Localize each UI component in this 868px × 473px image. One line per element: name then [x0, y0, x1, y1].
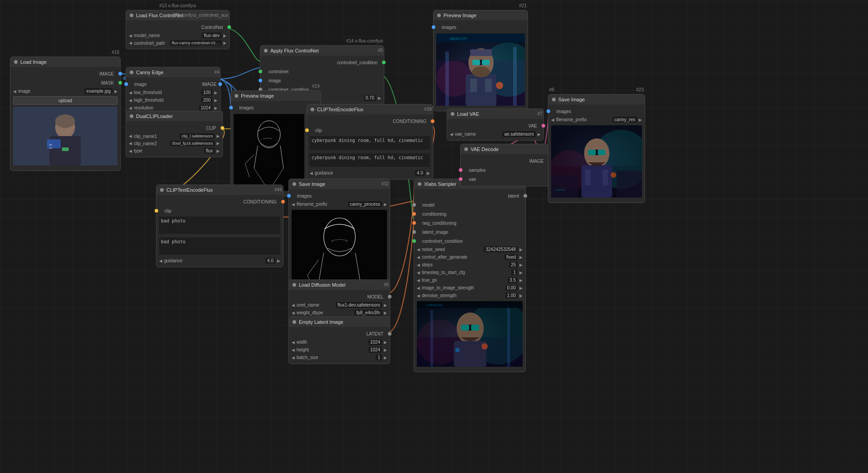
noise-seed-row: ◀ noise_seed 324242532548 ▶: [414, 246, 525, 253]
svg-point-43: [332, 241, 333, 242]
image-output-port: [118, 72, 122, 76]
clip-in-row: clip: [307, 126, 433, 135]
node-tag-21: #21: [519, 3, 527, 8]
dual-clip-loader-node: DualCLIPLoader CLIP ◀ clip_name1 clip_l.…: [126, 111, 223, 157]
header-dot: [418, 182, 421, 186]
dual-clip-header: DualCLIPLoader: [126, 111, 222, 121]
controlnet-output-port: [227, 25, 231, 29]
node-tag-32: #32: [381, 181, 389, 186]
prompt-textarea-1[interactable]: cyberpunk dining room, full hd, cinemati…: [310, 136, 430, 150]
xlabs-sampler-body: latent model conditioning neg_conditioni…: [414, 189, 525, 372]
man-speaking-image: Au toN: [13, 107, 118, 166]
neg-conditioning-in-label: neg_conditioning: [422, 221, 457, 226]
canvas[interactable]: #16 Load Image IMAGE MASK ◀ image exampl…: [0, 0, 868, 473]
control-after-row: ◀ control_after_generate fixed ▶: [414, 253, 525, 261]
controlnet-cond-output-row: controlnet_condition: [260, 58, 384, 67]
image-field-value: example.jpg: [85, 88, 113, 94]
canny-process-preview-svg: [292, 210, 387, 289]
save-right-images-port: [547, 109, 550, 113]
save-image-right-header: Save Image: [548, 95, 645, 104]
latent-image-in-label: latent_image: [422, 230, 448, 235]
header-dot: [160, 188, 164, 192]
clip-text-encode-neg-title: CLIPTextEncodeFlux: [166, 187, 213, 193]
header-dot: [451, 112, 454, 116]
header-dot: [464, 147, 468, 151]
svg-point-4: [55, 114, 75, 128]
width-row: ◀ width 1024 ▶: [289, 338, 390, 346]
preview-image-top-title: Preview Image: [443, 13, 476, 18]
image-output-label: IMAGE: [99, 71, 114, 76]
image-field-row: ◀ image example.jpg ▶: [10, 87, 120, 95]
prompt-textarea-2[interactable]: cyberpunk dining room, full hd, cinemati…: [310, 153, 430, 167]
svg-point-20: [472, 66, 490, 77]
svg-rect-5: [62, 147, 69, 151]
svg-text:LOADING...: LOADING...: [555, 189, 567, 191]
svg-point-56: [481, 343, 488, 350]
header-dot: [437, 14, 441, 17]
latent-out-port: [524, 194, 527, 198]
svg-rect-37: [292, 210, 387, 289]
vae-output-port: [542, 124, 545, 128]
clip-in-port: [305, 128, 309, 132]
preview-image-top-header: Preview Image: [434, 10, 528, 20]
save-mid-images-port: [287, 194, 291, 198]
controlnet-output-label: ControlNet: [201, 25, 223, 30]
svg-rect-22: [470, 79, 477, 92]
preview-image-top-body: images: [434, 20, 528, 111]
load-vae-header: Load VAE: [447, 109, 543, 119]
model-name-row: ◀ model_name flux-dev ▶: [126, 32, 229, 39]
save-image-right-title: Save Image: [558, 97, 585, 102]
clip-text-encode-neg-header: CLIPTextEncodeFlux: [156, 185, 283, 195]
neg-prompt-2: bad photo: [156, 236, 283, 257]
load-flux-controlnet-node: #13 x-flux-comfyui #48 comfyui_controlne…: [126, 10, 230, 49]
controlnet-path-row: ◀ controlnet_path flux-canny-controlnet-…: [126, 39, 229, 47]
sampler-result-preview: CYBERPUNK: [417, 301, 523, 368]
canny-edge-header: Canny Edge: [126, 67, 220, 77]
svg-rect-23: [485, 79, 492, 92]
denoise-row: ◀ denoise_strength 1.00 ▶: [414, 292, 525, 299]
steps-row: ◀ steps 25 ▶: [414, 261, 525, 269]
image-field-arrow: ◀: [13, 89, 16, 94]
unet-name-row: ◀ unet_name flux1-dev.safetensors ▶: [289, 301, 390, 309]
clip-text-encode-top-body: CONDITIONING clip cyberpunk dining room,…: [307, 114, 433, 179]
controlnet-in-row: controlnet: [260, 67, 384, 76]
svg-text:toN: toN: [49, 147, 52, 149]
svg-point-57: [455, 348, 460, 352]
weight-dtype-row: ◀ weight_dtype fp8_e4m3fn ▶: [289, 309, 390, 317]
node-tag-6: #6: [384, 282, 389, 287]
header-dot: [311, 108, 314, 111]
samples-in-port: [459, 168, 462, 172]
final-output-svg: LOADING...: [551, 125, 642, 198]
neg-prompt-textarea-2[interactable]: bad photo: [159, 237, 280, 255]
save-image-mid-title: Save Image: [299, 181, 326, 187]
vae-in-label: vae: [469, 177, 476, 182]
empty-latent-body: LATENT ◀ width 1024 ▶ ◀ height 1024 ▶ ◀ …: [289, 327, 390, 364]
latent-output-port: [388, 332, 392, 336]
node-tag-8: #8: [549, 87, 554, 92]
controlnet-cond-in-row2: controlnet_condition: [414, 236, 525, 246]
header-dot: [264, 49, 268, 52]
svg-rect-70: [598, 150, 605, 155]
latent-image-in-port: [412, 230, 416, 234]
clip-text-encode-neg-body: CONDITIONING clip bad photo bad photo ◀ …: [156, 195, 283, 267]
mask-output-label: MASK: [101, 80, 114, 85]
controlnet-cond-output-port: [382, 61, 386, 64]
vae-image-output-row: IMAGE: [461, 156, 550, 166]
load-vae-title: Load VAE: [457, 111, 479, 117]
vae-in-port: [459, 177, 462, 181]
save-image-right-node: #23 #8 Save Image images ◀ filename_pref…: [548, 94, 645, 203]
vae-in-row: vae: [461, 175, 550, 184]
save-mid-images-row: images: [289, 191, 390, 200]
node-tag-48: #48 comfyui_controlnet_aux: [172, 13, 228, 18]
image-io-row: image IMAGE: [126, 80, 220, 89]
canny-edge-title: Canny Edge: [136, 70, 164, 75]
clip-in-label: clip: [315, 128, 322, 133]
load-image-node: #16 Load Image IMAGE MASK ◀ image exampl…: [10, 57, 121, 171]
neg-prompt-textarea-1[interactable]: bad photo: [159, 217, 280, 234]
svg-rect-72: [603, 170, 608, 185]
image-in-row: image: [260, 76, 384, 85]
save-right-prefix-row: ◀ filename_prefix canny_res ▶: [548, 116, 645, 123]
controlnet-cond-output-label: controlnet_condition: [337, 60, 377, 65]
images-mid-in-port: [229, 106, 233, 109]
upload-button[interactable]: upload: [13, 96, 118, 105]
